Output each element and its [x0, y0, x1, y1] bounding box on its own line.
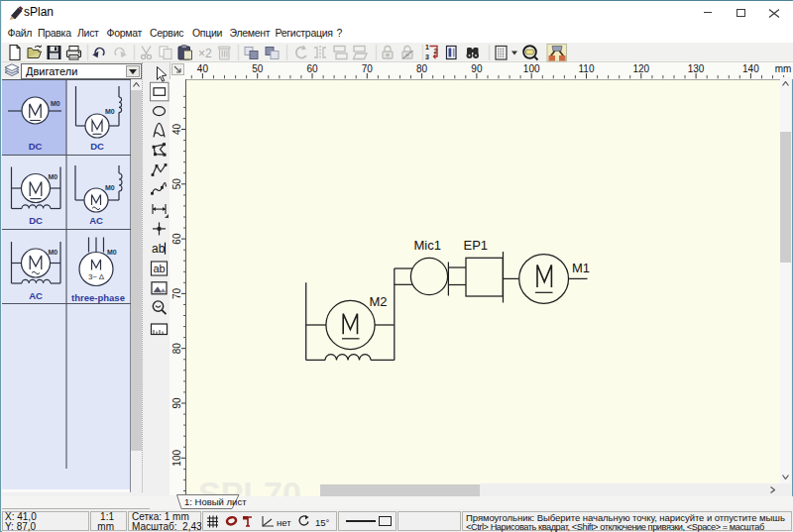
svg-text:AC: AC	[89, 215, 103, 226]
svg-text:DC: DC	[90, 141, 104, 152]
svg-text:50: 50	[252, 63, 264, 74]
svg-text:нет: нет	[277, 517, 291, 528]
svg-text:M1: M1	[572, 261, 590, 275]
svg-text:ab: ab	[152, 242, 166, 256]
svg-text:M0: M0	[51, 100, 60, 107]
svg-text:Mic1: Mic1	[414, 238, 441, 253]
svg-text:1: Новый лист: 1: Новый лист	[184, 496, 247, 507]
svg-text:M2: M2	[370, 294, 388, 309]
svg-text:80: 80	[416, 63, 428, 74]
svg-text:100: 100	[523, 63, 540, 74]
svg-text:70: 70	[171, 287, 182, 299]
svg-text:M0: M0	[49, 173, 58, 180]
svg-text:70: 70	[362, 63, 374, 74]
svg-text:×2: ×2	[198, 47, 212, 60]
svg-text:SPL70: SPL70	[198, 475, 301, 496]
svg-text:DC: DC	[29, 215, 43, 226]
svg-text:M0: M0	[49, 249, 58, 256]
svg-text:mm: mm	[775, 63, 792, 74]
svg-text:60: 60	[171, 233, 182, 245]
svg-text:80: 80	[171, 343, 182, 355]
svg-text:M0: M0	[105, 184, 115, 191]
svg-text:100: 100	[171, 450, 182, 467]
svg-text:M0: M0	[107, 249, 117, 256]
svg-text:140: 140	[742, 63, 759, 74]
svg-text:1: 1	[425, 44, 429, 51]
svg-text:50: 50	[171, 178, 182, 190]
svg-text:15°: 15°	[315, 517, 330, 528]
svg-text:110: 110	[579, 63, 595, 74]
svg-text:M0: M0	[105, 108, 115, 115]
svg-text:40: 40	[197, 63, 209, 74]
svg-text:120: 120	[632, 63, 649, 74]
svg-text:60: 60	[306, 63, 318, 74]
svg-text:40: 40	[171, 124, 182, 136]
svg-text:3~ Δ: 3~ Δ	[88, 272, 105, 281]
svg-text:EP1: EP1	[464, 238, 489, 253]
svg-text:AC: AC	[29, 290, 43, 301]
svg-text:90: 90	[171, 397, 182, 409]
svg-text:90: 90	[471, 63, 483, 74]
svg-text:DC: DC	[29, 141, 43, 152]
svg-text:ab: ab	[154, 263, 166, 274]
svg-text:130: 130	[688, 63, 705, 74]
svg-text:three-phase: three-phase	[71, 292, 125, 303]
